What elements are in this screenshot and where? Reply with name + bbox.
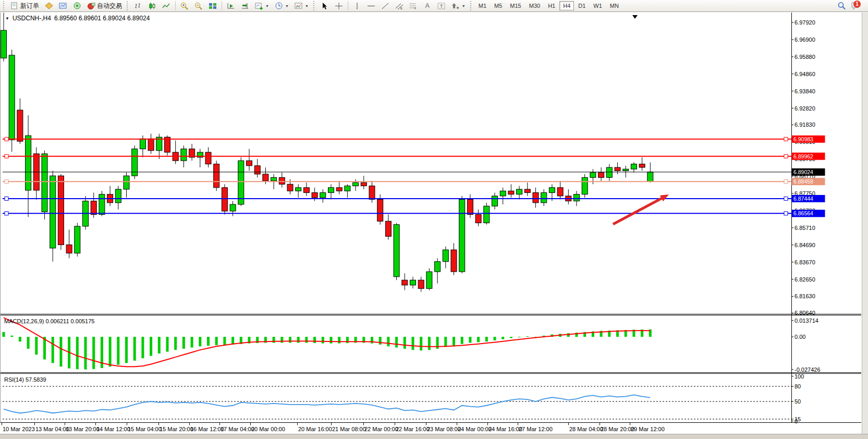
bull-candle	[132, 149, 138, 176]
templates-button[interactable]: ▼	[292, 1, 311, 11]
tf-H1-button[interactable]: H1	[544, 1, 559, 10]
macd-histogram-bar	[84, 337, 87, 370]
bull-candle	[631, 164, 637, 169]
macd-histogram-bar	[59, 337, 62, 367]
tf-MN-button[interactable]: MN	[606, 1, 622, 10]
periods-button[interactable]: ▼	[272, 1, 291, 11]
hline-handle[interactable]	[784, 197, 788, 200]
candlestick-chart-button[interactable]	[145, 1, 159, 11]
tf-M5-button[interactable]: M5	[491, 1, 506, 10]
tile-windows-button[interactable]	[206, 1, 219, 11]
date-axis-label: 27 Mar 12:00	[519, 426, 553, 432]
zoom-in-button[interactable]	[178, 1, 191, 11]
macd-histogram-bar	[404, 337, 406, 349]
text-label-button[interactable]: T	[435, 1, 448, 11]
chart-shift-button[interactable]	[238, 1, 252, 11]
search-icon[interactable]	[837, 2, 846, 10]
rsi-axis-tick: 50	[794, 398, 801, 405]
macd-histogram-bar	[92, 337, 95, 369]
equidistant-channel-icon: E	[395, 2, 404, 10]
bear-candle	[598, 173, 604, 178]
bar-chart-button[interactable]	[131, 1, 145, 11]
hline-handle[interactable]	[5, 212, 8, 215]
vertical-line-button[interactable]	[350, 1, 364, 11]
new-order-button[interactable]: 新订单	[8, 1, 42, 11]
hline-handle[interactable]	[5, 154, 8, 158]
tf-D1-button[interactable]: D1	[574, 1, 589, 10]
chart-shift-marker[interactable]	[632, 15, 638, 19]
bull-candle	[574, 194, 580, 201]
candlestick-series	[1, 13, 653, 291]
bull-candle	[99, 194, 105, 215]
rsi-axis-tick: 80	[794, 383, 801, 389]
toolbar-grip[interactable]	[470, 1, 473, 10]
tf-M15-button[interactable]: M15	[506, 1, 524, 10]
cursor-button[interactable]	[318, 1, 332, 11]
crosshair-button[interactable]	[332, 1, 346, 11]
trendline-button[interactable]	[378, 1, 392, 11]
price-axis-tick: 6.82650	[794, 276, 815, 283]
chart-area[interactable]: ▼ USDCNH-,H4 6.89560 6.89601 6.89024 6.8…	[0, 13, 868, 439]
autotrade-button[interactable]: 自动交易	[84, 1, 125, 11]
toolbar-grip[interactable]	[313, 1, 316, 10]
toolbar-grip[interactable]	[3, 1, 6, 10]
hline-price-tag-text: 6.88459	[793, 178, 813, 185]
macd-histogram-bar	[117, 337, 119, 365]
macd-histogram-bar	[444, 337, 447, 347]
hline-handle[interactable]	[784, 180, 788, 184]
text-button[interactable]: A	[421, 1, 434, 11]
macd-histogram-bar	[461, 337, 463, 344]
vertical-line-icon	[353, 2, 361, 10]
bull-candle	[345, 186, 350, 191]
auto-scroll-button[interactable]	[224, 1, 238, 11]
hline-handle[interactable]	[784, 137, 788, 141]
macd-histogram-bar	[395, 337, 398, 348]
toolbar-grip[interactable]	[127, 1, 129, 10]
hline-handle[interactable]	[5, 137, 8, 141]
horizontal-line-button[interactable]	[364, 1, 378, 11]
bear-candle	[418, 280, 424, 288]
zoom-out-button[interactable]	[192, 1, 205, 11]
main-toolbar: 新订单 自动交易	[0, 0, 868, 12]
chart-shift-icon	[241, 2, 249, 10]
macd-histogram-bar	[199, 337, 201, 346]
market-depth-button[interactable]	[42, 1, 56, 11]
hline-handle[interactable]	[5, 180, 8, 184]
hline-price-tag-text: 6.89962	[793, 153, 813, 160]
tf-W1-button[interactable]: W1	[590, 1, 606, 10]
price-axis-tick: 6.80640	[794, 310, 815, 316]
macd-histogram-bar	[191, 337, 193, 348]
signal-button[interactable]	[70, 1, 84, 11]
tf-H4-button[interactable]: H4	[559, 1, 574, 10]
bear-candle	[91, 201, 96, 215]
panel-borders	[0, 13, 861, 423]
zoom-out-icon	[194, 2, 203, 10]
shapes-button[interactable]: ▼	[449, 1, 468, 11]
tf-M30-button[interactable]: M30	[525, 1, 544, 10]
notification-badge[interactable]: 1	[853, 1, 861, 8]
tf-M1-button[interactable]: M1	[475, 1, 490, 10]
hline-handle[interactable]	[784, 212, 788, 215]
collapse-triangle-icon[interactable]: ▼	[5, 16, 9, 21]
fibonacci-button[interactable]: F	[407, 1, 420, 11]
chart-canvas[interactable]: MACD(12,26,9) 0.006211 0.0051750.0137140…	[0, 13, 868, 439]
hline-handle[interactable]	[784, 154, 788, 158]
chat-icon[interactable]: 1	[850, 2, 861, 10]
macd-histogram-bar	[453, 337, 455, 346]
bull-candle	[606, 167, 612, 177]
line-chart-icon	[162, 2, 170, 10]
indicators-button[interactable]: ▼	[252, 1, 272, 11]
macd-histogram-bar	[428, 337, 431, 350]
line-chart-button[interactable]	[160, 1, 173, 11]
equidistant-channel-button[interactable]: E	[393, 1, 406, 11]
bull-candle	[623, 169, 629, 170]
chart-window-button[interactable]	[56, 1, 70, 11]
hline-handle[interactable]	[5, 197, 8, 200]
macd-histogram-bar	[485, 337, 488, 342]
bull-candle	[328, 188, 334, 193]
date-axis-label: 28 Mar 20:00	[601, 426, 634, 432]
bull-candle	[426, 272, 432, 288]
mt4-window: 新订单 自动交易	[0, 0, 868, 439]
bear-candle	[205, 152, 211, 164]
chart-window-icon	[59, 2, 67, 10]
